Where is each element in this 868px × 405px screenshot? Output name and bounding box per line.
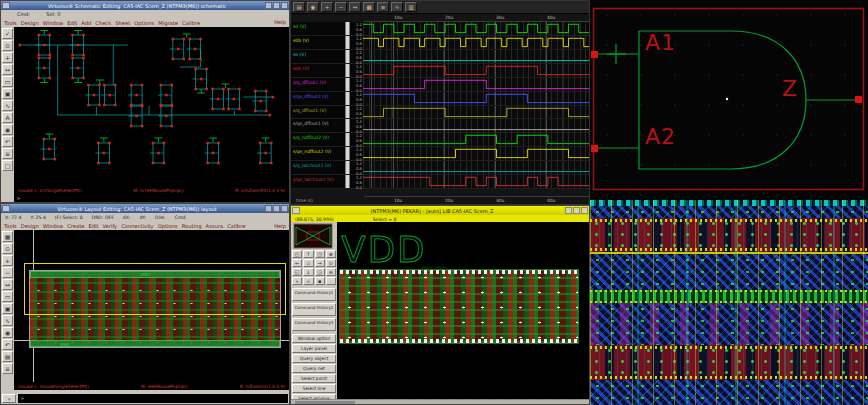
print-icon[interactable]: ▥ <box>405 2 417 12</box>
signal-name[interactable]: seb (V) <box>291 64 345 77</box>
menu-item-tools[interactable]: Tools <box>4 20 17 26</box>
signal-name[interactable]: s/q_dffout1 (V) <box>291 106 345 119</box>
signal-name[interactable]: se (V) <box>291 50 345 63</box>
layout-prompt[interactable]: > <box>18 394 288 403</box>
probe-icon[interactable]: ◉ <box>2 124 13 135</box>
label-icon[interactable]: A <box>2 112 13 123</box>
signal-name[interactable]: s/qs_ndffout2 (V) <box>291 147 345 160</box>
undo-icon[interactable]: ↶ <box>2 339 13 350</box>
menu-item-tools[interactable]: Tools <box>4 223 17 229</box>
prev-view-icon[interactable]: « <box>292 277 302 285</box>
waveform-trace[interactable] <box>363 36 589 49</box>
menu-item-help[interactable]: Help <box>274 223 286 229</box>
menu-item-design[interactable]: Design <box>21 20 39 26</box>
menu-item-verify[interactable]: Verify <box>102 223 117 229</box>
rect-icon[interactable]: ▭ <box>2 76 13 87</box>
next-view-icon[interactable]: » <box>303 277 313 285</box>
stretch-icon[interactable]: ↔ <box>2 64 13 75</box>
menu-item-calibre[interactable]: Calibre <box>227 223 245 229</box>
waveform-trace[interactable] <box>363 119 589 132</box>
zoom-out-icon[interactable]: − <box>335 2 347 12</box>
layout-canvas[interactable]: VDD! VSS! <box>14 230 289 386</box>
schematic-titlebar[interactable]: Virtuoso® Schematic Editing: CA5-IAC Sce… <box>1 1 289 10</box>
menu-item-connectivity[interactable]: Connectivity <box>121 223 154 229</box>
stretch-icon[interactable]: ↔ <box>2 279 13 290</box>
zoom-icon[interactable]: ⊙ <box>2 40 13 51</box>
schematic-canvas[interactable] <box>14 27 289 188</box>
pin-icon[interactable]: □ <box>2 160 13 171</box>
side-button-layer-panel[interactable]: Layer panel <box>292 344 336 353</box>
menu-item-edit[interactable]: Edit <box>88 223 98 229</box>
fit-icon[interactable]: ▪ <box>315 277 325 285</box>
menu-item-sheet[interactable]: Sheet <box>115 20 130 26</box>
zoom-out-icon[interactable]: − <box>2 267 13 278</box>
viewer-scrollbar[interactable] <box>291 399 589 404</box>
instance-icon[interactable]: ▣ <box>2 303 13 314</box>
property-icon[interactable]: ≡ <box>2 148 13 159</box>
add-icon[interactable]: + <box>2 52 13 63</box>
zoom-in-icon[interactable]: ⊕ <box>326 250 336 258</box>
waveform-trace[interactable] <box>363 147 589 160</box>
pan-downleft-icon[interactable]: ◱ <box>292 268 302 276</box>
waveform-trace[interactable] <box>363 64 589 77</box>
pan-up-icon[interactable]: ↑ <box>303 250 313 258</box>
side-button-select-point[interactable]: Select point <box>292 374 336 383</box>
signal-name[interactable]: s/qs_dffout1 (V) <box>291 119 345 132</box>
zoom-sel-icon[interactable]: ⊙ <box>326 259 336 267</box>
menu-item-routing[interactable]: Routing <box>182 223 202 229</box>
zoom-icon[interactable]: ⊙ <box>2 243 13 254</box>
layout-titlebar[interactable]: Virtuoso® Layout Editing: CA5-IAC Scem_Z… <box>1 204 289 213</box>
instance-icon[interactable]: ▣ <box>2 88 13 99</box>
waveform-trace[interactable] <box>363 161 589 174</box>
maximize-icon[interactable] <box>573 207 580 214</box>
path-icon[interactable]: ∿ <box>2 315 13 326</box>
scroll-left-icon[interactable]: « <box>2 394 16 403</box>
menu-item-check[interactable]: Check <box>95 20 111 26</box>
signal-name[interactable]: s/qs_dffout2 (V) <box>291 92 345 105</box>
zoom-in-icon[interactable]: + <box>2 255 13 266</box>
viewer-layout-cell[interactable] <box>339 269 579 344</box>
signal-name[interactable]: s/q_dffout2 (V) <box>291 78 345 91</box>
side-button-select-line[interactable]: Select line <box>292 384 336 393</box>
center-icon[interactable]: ▫ <box>303 259 313 267</box>
layers-icon[interactable]: ▤ <box>2 351 13 362</box>
side-button-window-option[interactable]: Window option <box>292 334 336 343</box>
minimize-icon[interactable] <box>565 207 572 214</box>
viewer-titlebar[interactable]: (NTPM3(M6) PEKAR) - [auto] LIB CA5-IAC S… <box>291 206 589 215</box>
menu-item-add[interactable]: Add <box>81 20 91 26</box>
close-icon[interactable] <box>281 2 288 9</box>
signal-name[interactable]: s/q_latchout2 (V) <box>291 161 345 174</box>
minimize-icon[interactable] <box>265 205 272 212</box>
waveform-trace[interactable] <box>363 106 589 119</box>
menu-item-window[interactable]: Window <box>43 20 63 26</box>
side-button-query-object[interactable]: Query object <box>292 354 336 363</box>
pan-upleft-icon[interactable]: ◰ <box>292 250 302 258</box>
probe-icon[interactable]: ◉ <box>2 327 13 338</box>
signal-name[interactable]: s/qs_latchout2 (V) <box>291 175 345 188</box>
menu-item-migrate[interactable]: Migrate <box>158 20 178 26</box>
grid-icon[interactable]: ▦ <box>363 2 375 12</box>
waveform-trace[interactable] <box>363 22 589 35</box>
maximize-icon[interactable] <box>273 205 280 212</box>
undo-icon[interactable]: ↶ <box>2 136 13 147</box>
input-pin-a2[interactable] <box>591 145 598 152</box>
waveform-trace[interactable] <box>363 175 589 188</box>
pan-left-icon[interactable]: ← <box>292 259 302 267</box>
menu-item-design[interactable]: Design <box>21 223 39 229</box>
cursor-icon[interactable]: ◉ <box>307 2 319 12</box>
chip-layout-window[interactable] <box>590 200 868 405</box>
menu-item-window[interactable]: Window <box>43 223 63 229</box>
waveform-trace[interactable] <box>363 92 589 105</box>
menu-item-calibre[interactable]: Calibre <box>182 20 200 26</box>
property-icon[interactable]: ≡ <box>2 363 13 374</box>
waveform-trace[interactable] <box>363 78 589 91</box>
output-pin-z[interactable] <box>855 96 862 103</box>
scrollbar-thumb[interactable] <box>295 401 355 404</box>
maximize-icon[interactable] <box>273 2 280 9</box>
menu-item-options[interactable]: Options <box>134 20 154 26</box>
command-history-button-command-history3[interactable]: Command History3 <box>292 318 336 331</box>
signal-icon[interactable]: ∿ <box>391 2 403 12</box>
pan-down-icon[interactable]: ↓ <box>303 268 313 276</box>
pan-right-icon[interactable]: → <box>315 259 325 267</box>
symbol-editor-window[interactable]: A1 A2 Z <box>590 0 868 200</box>
